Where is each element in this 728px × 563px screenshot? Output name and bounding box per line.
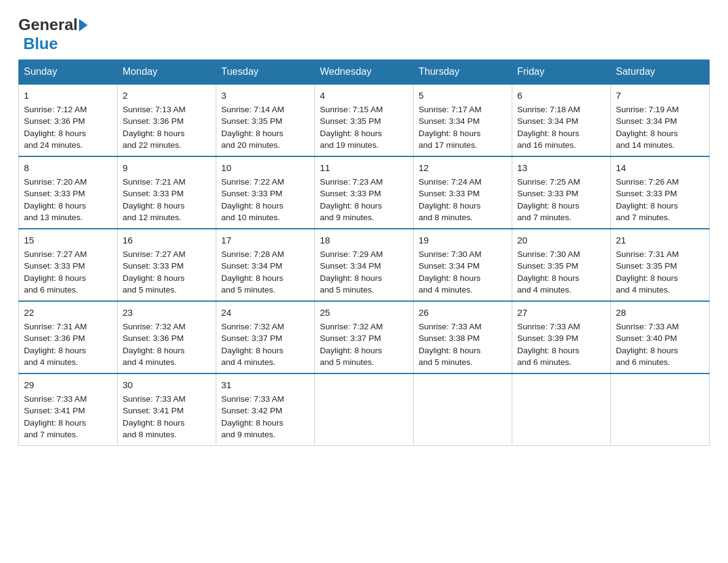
- day-number: 26: [419, 306, 507, 320]
- calendar-cell: [315, 373, 414, 446]
- day-number: 23: [123, 306, 211, 320]
- calendar-week-3: 15Sunrise: 7:27 AMSunset: 3:33 PMDayligh…: [19, 229, 710, 301]
- calendar-week-2: 8Sunrise: 7:20 AMSunset: 3:33 PMDaylight…: [19, 156, 710, 229]
- day-number: 5: [419, 89, 507, 102]
- calendar-cell: 16Sunrise: 7:27 AMSunset: 3:33 PMDayligh…: [118, 229, 216, 301]
- day-header-monday: Monday: [118, 60, 216, 85]
- calendar-cell: 13Sunrise: 7:25 AMSunset: 3:33 PMDayligh…: [512, 156, 611, 229]
- day-number: 4: [320, 89, 408, 102]
- day-header-friday: Friday: [512, 60, 611, 85]
- calendar-cell: 2Sunrise: 7:13 AMSunset: 3:36 PMDaylight…: [118, 84, 216, 156]
- day-number: 9: [123, 161, 211, 175]
- day-number: 25: [320, 306, 408, 320]
- day-number: 12: [419, 161, 507, 175]
- calendar-cell: 21Sunrise: 7:31 AMSunset: 3:35 PMDayligh…: [611, 229, 710, 301]
- day-header-thursday: Thursday: [414, 60, 512, 85]
- calendar-cell: 12Sunrise: 7:24 AMSunset: 3:33 PMDayligh…: [414, 156, 512, 229]
- day-header-saturday: Saturday: [611, 60, 710, 85]
- calendar-week-1: 1Sunrise: 7:12 AMSunset: 3:36 PMDaylight…: [19, 84, 710, 156]
- day-number: 22: [24, 306, 112, 320]
- day-number: 3: [221, 89, 309, 102]
- day-number: 17: [221, 234, 309, 247]
- calendar-cell: 23Sunrise: 7:32 AMSunset: 3:36 PMDayligh…: [118, 301, 216, 373]
- calendar-cell: 28Sunrise: 7:33 AMSunset: 3:40 PMDayligh…: [611, 301, 710, 373]
- calendar-cell: 5Sunrise: 7:17 AMSunset: 3:34 PMDaylight…: [414, 84, 512, 156]
- calendar-cell: 24Sunrise: 7:32 AMSunset: 3:37 PMDayligh…: [216, 301, 315, 373]
- calendar-cell: 7Sunrise: 7:19 AMSunset: 3:34 PMDaylight…: [611, 84, 710, 156]
- days-header-row: SundayMondayTuesdayWednesdayThursdayFrid…: [19, 60, 710, 85]
- day-number: 29: [24, 378, 112, 392]
- calendar-week-4: 22Sunrise: 7:31 AMSunset: 3:36 PMDayligh…: [19, 301, 710, 373]
- calendar-cell: 18Sunrise: 7:29 AMSunset: 3:34 PMDayligh…: [315, 229, 414, 301]
- day-number: 31: [221, 378, 309, 392]
- day-number: 27: [517, 306, 605, 320]
- calendar-cell: 9Sunrise: 7:21 AMSunset: 3:33 PMDaylight…: [118, 156, 216, 229]
- calendar-week-5: 29Sunrise: 7:33 AMSunset: 3:41 PMDayligh…: [19, 373, 710, 446]
- day-number: 2: [123, 89, 211, 102]
- day-number: 18: [320, 234, 408, 247]
- logo-blue: Blue: [23, 34, 58, 53]
- calendar-table: SundayMondayTuesdayWednesdayThursdayFrid…: [18, 59, 710, 446]
- day-number: 13: [517, 161, 605, 175]
- calendar-cell: [512, 373, 611, 446]
- page-header: General Blue: [18, 12, 710, 53]
- calendar-cell: 8Sunrise: 7:20 AMSunset: 3:33 PMDaylight…: [19, 156, 118, 229]
- calendar-cell: 1Sunrise: 7:12 AMSunset: 3:36 PMDaylight…: [19, 84, 118, 156]
- calendar-cell: 6Sunrise: 7:18 AMSunset: 3:34 PMDaylight…: [512, 84, 611, 156]
- calendar-cell: 26Sunrise: 7:33 AMSunset: 3:38 PMDayligh…: [414, 301, 512, 373]
- day-number: 14: [616, 161, 704, 175]
- calendar-cell: 17Sunrise: 7:28 AMSunset: 3:34 PMDayligh…: [216, 229, 315, 301]
- calendar-cell: 19Sunrise: 7:30 AMSunset: 3:34 PMDayligh…: [414, 229, 512, 301]
- calendar-cell: 14Sunrise: 7:26 AMSunset: 3:33 PMDayligh…: [611, 156, 710, 229]
- day-number: 16: [123, 234, 211, 247]
- day-number: 28: [616, 306, 704, 320]
- day-number: 30: [123, 378, 211, 392]
- day-header-wednesday: Wednesday: [315, 60, 414, 85]
- day-header-tuesday: Tuesday: [216, 60, 315, 85]
- logo: General Blue: [18, 12, 89, 53]
- calendar-cell: 30Sunrise: 7:33 AMSunset: 3:41 PMDayligh…: [118, 373, 216, 446]
- day-number: 21: [616, 234, 704, 247]
- day-number: 20: [517, 234, 605, 247]
- day-header-sunday: Sunday: [19, 60, 118, 85]
- day-number: 7: [616, 89, 704, 102]
- day-number: 6: [517, 89, 605, 102]
- day-number: 15: [24, 234, 112, 247]
- calendar-cell: 15Sunrise: 7:27 AMSunset: 3:33 PMDayligh…: [19, 229, 118, 301]
- calendar-cell: 29Sunrise: 7:33 AMSunset: 3:41 PMDayligh…: [19, 373, 118, 446]
- calendar-cell: [414, 373, 512, 446]
- calendar-cell: 22Sunrise: 7:31 AMSunset: 3:36 PMDayligh…: [19, 301, 118, 373]
- logo-general: General: [18, 15, 78, 34]
- calendar-cell: [611, 373, 710, 446]
- day-number: 8: [24, 161, 112, 175]
- calendar-cell: 4Sunrise: 7:15 AMSunset: 3:35 PMDaylight…: [315, 84, 414, 156]
- day-number: 1: [24, 89, 112, 102]
- day-number: 19: [419, 234, 507, 247]
- calendar-cell: 11Sunrise: 7:23 AMSunset: 3:33 PMDayligh…: [315, 156, 414, 229]
- calendar-cell: 3Sunrise: 7:14 AMSunset: 3:35 PMDaylight…: [216, 84, 315, 156]
- calendar-cell: 31Sunrise: 7:33 AMSunset: 3:42 PMDayligh…: [216, 373, 315, 446]
- day-number: 11: [320, 161, 408, 175]
- calendar-cell: 10Sunrise: 7:22 AMSunset: 3:33 PMDayligh…: [216, 156, 315, 229]
- calendar-cell: 27Sunrise: 7:33 AMSunset: 3:39 PMDayligh…: [512, 301, 611, 373]
- calendar-cell: 20Sunrise: 7:30 AMSunset: 3:35 PMDayligh…: [512, 229, 611, 301]
- day-number: 10: [221, 161, 309, 175]
- day-number: 24: [221, 306, 309, 320]
- calendar-cell: 25Sunrise: 7:32 AMSunset: 3:37 PMDayligh…: [315, 301, 414, 373]
- logo-arrow-icon: [79, 19, 88, 31]
